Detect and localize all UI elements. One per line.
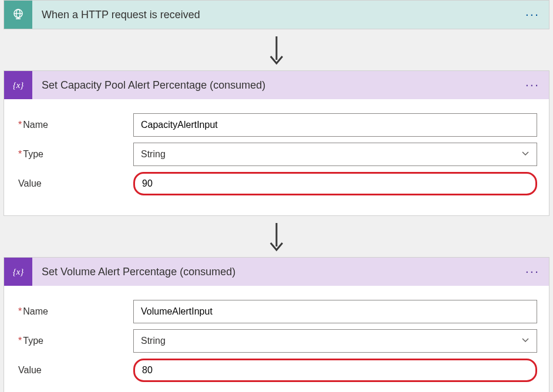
set-capacity-pool-step[interactable]: {x} Set Capacity Pool Alert Percentage (…	[4, 70, 549, 216]
set-volume-alert-step[interactable]: {x} Set Volume Alert Percentage (consume…	[4, 257, 549, 392]
capacity-more-menu[interactable]: ···	[522, 71, 543, 99]
volume-name-label: *Name	[16, 306, 133, 317]
volume-step-header[interactable]: {x} Set Volume Alert Percentage (consume…	[4, 258, 549, 286]
capacity-step-body: *Name *Type String	[4, 99, 549, 215]
capacity-step-header[interactable]: {x} Set Capacity Pool Alert Percentage (…	[4, 71, 549, 99]
volume-value-input[interactable]	[133, 359, 537, 382]
trigger-more-menu[interactable]: ···	[522, 1, 543, 29]
svg-text:{x}: {x}	[13, 267, 24, 276]
connector-arrow	[4, 216, 549, 257]
volume-type-label: *Type	[16, 336, 133, 346]
volume-type-select[interactable]: String	[133, 329, 537, 353]
capacity-value-input[interactable]	[133, 172, 537, 195]
capacity-type-label: *Type	[16, 149, 133, 160]
svg-text:{x}: {x}	[13, 80, 24, 90]
trigger-step[interactable]: When a HTTP request is received ···	[4, 0, 549, 29]
flow-designer-canvas: When a HTTP request is received ··· {x} …	[0, 0, 553, 392]
volume-more-menu[interactable]: ···	[522, 258, 543, 286]
capacity-value-label: Value	[16, 178, 133, 189]
volume-value-label: Value	[16, 365, 133, 376]
capacity-type-select[interactable]: String	[133, 143, 537, 166]
trigger-title: When a HTTP request is received	[32, 9, 200, 21]
variable-icon: {x}	[4, 71, 32, 99]
volume-step-title: Set Volume Alert Percentage (consumed)	[32, 266, 235, 278]
http-request-icon	[4, 1, 32, 29]
volume-name-input[interactable]	[133, 300, 537, 323]
variable-icon: {x}	[4, 258, 32, 286]
volume-step-body: *Name *Type String	[4, 286, 549, 392]
capacity-step-title: Set Capacity Pool Alert Percentage (cons…	[32, 79, 265, 92]
trigger-header[interactable]: When a HTTP request is received ···	[4, 1, 549, 29]
capacity-name-input[interactable]	[133, 113, 537, 137]
capacity-name-label: *Name	[16, 120, 133, 130]
connector-arrow	[4, 29, 549, 70]
